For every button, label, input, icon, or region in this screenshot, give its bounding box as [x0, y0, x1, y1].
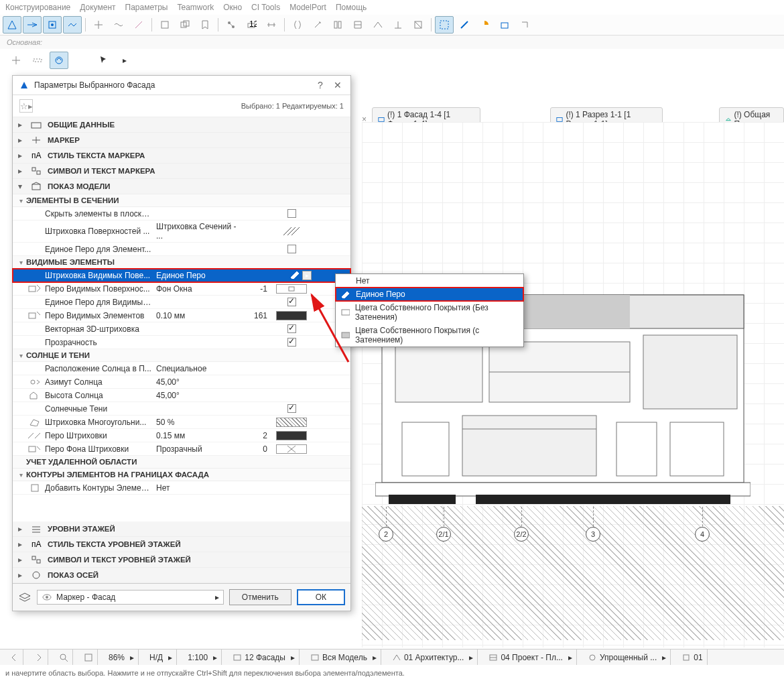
status-value[interactable]: Н/Д▸ [145, 649, 177, 665]
tool-button[interactable] [262, 16, 281, 34]
tool-button[interactable] [348, 16, 367, 34]
tool-button[interactable] [63, 16, 82, 34]
group-header[interactable]: ▾ЭЛЕМЕНТЫ В СЕЧЕНИИ [13, 194, 350, 207]
section-header[interactable]: ▸ПОКАЗ ОСЕЙ [13, 568, 350, 583]
dropdown-button[interactable]: ▸ [302, 271, 312, 280]
setting-row[interactable]: Векторная 3D-штриховка [13, 322, 350, 336]
status-segment[interactable]: 12 Фасады▸ [228, 649, 300, 665]
setting-row[interactable]: Перо Видимых Поверхнос...Фон Окна-1 [13, 282, 350, 296]
setting-row[interactable]: Перо Видимых Элементов0.10 мм161 [13, 309, 350, 322]
setting-row[interactable]: Расположение Солнца в П...Специальное [13, 362, 350, 375]
setting-row[interactable]: Высота Солнца45,00° [13, 389, 350, 402]
tool-button[interactable] [455, 16, 474, 34]
menu-item[interactable]: CI Tools [251, 3, 280, 12]
section-header[interactable]: ▸МАРКЕР [13, 133, 350, 148]
tool-button[interactable] [369, 16, 387, 34]
tool-button[interactable]: 12 [242, 16, 261, 34]
menu-item[interactable]: Конструирование [5, 3, 70, 12]
menu-item[interactable]: Документ [80, 3, 115, 12]
checkbox[interactable] [287, 245, 296, 253]
tool-button[interactable]: ▸ [115, 52, 134, 69]
flyout-option-selected[interactable]: Единое Перо [336, 288, 523, 301]
setting-row[interactable]: Скрыть элементы в плоско... [13, 207, 350, 221]
setting-row[interactable]: Единое Перо для Видимых... [13, 296, 350, 309]
tool-button[interactable] [389, 16, 407, 34]
pen-swatch[interactable] [276, 311, 307, 320]
cancel-button[interactable]: Отменить [229, 589, 291, 605]
menu-item[interactable]: Teamwork [178, 3, 214, 12]
tool-button[interactable] [495, 16, 514, 34]
nav-icon[interactable] [9, 653, 19, 662]
group-header[interactable]: ▾СОЛНЦЕ И ТЕНИ [13, 349, 350, 362]
ok-button[interactable]: ОК [297, 589, 345, 605]
menu-item[interactable]: Окно [223, 3, 242, 12]
setting-row[interactable]: Солнечные Тени [13, 402, 350, 416]
section-header[interactable]: ▾ПОКАЗ МОДЕЛИ [13, 179, 350, 194]
tool-button[interactable] [23, 16, 42, 34]
setting-row[interactable]: Добавить Контуры Элемен...Нет [13, 481, 350, 495]
menu-item[interactable]: Параметры [125, 3, 168, 12]
setting-row[interactable]: Штриховка Поверхностей ...Штриховка Сече… [13, 221, 350, 243]
setting-row[interactable]: Прозрачность [13, 336, 350, 349]
tool-button[interactable] [308, 16, 327, 34]
hatch-swatch[interactable] [276, 418, 307, 427]
help-button[interactable]: ? [314, 80, 326, 90]
section-header[interactable]: ▸СИМВОЛ И ТЕКСТ УРОВНЕЙ ЭТАЖЕЙ [13, 552, 350, 568]
tool-button[interactable] [3, 16, 21, 34]
setting-row[interactable]: Перо Штриховки0.15 мм2 [13, 429, 350, 442]
status-segment[interactable]: 01 [677, 649, 707, 665]
tool-button[interactable] [129, 16, 148, 34]
zoom-level[interactable]: 86%▸ [105, 649, 139, 665]
tool-button[interactable] [196, 16, 214, 34]
menu-item[interactable]: ModelPort [289, 3, 326, 12]
pen-swatch[interactable] [276, 444, 307, 454]
setting-row[interactable]: Азимут Солнца45,00° [13, 375, 350, 389]
setting-row[interactable]: Штриховка Многоугольни...50 % [13, 416, 350, 429]
tool-button[interactable] [109, 16, 128, 34]
flyout-option[interactable]: Цвета Собственного Покрытия (с Затенение… [336, 324, 523, 347]
cursor-tool[interactable] [94, 52, 113, 69]
tool-button[interactable] [7, 52, 25, 69]
section-header[interactable]: ▸СИМВОЛ И ТЕКСТ МАРКЕРА [13, 164, 350, 179]
flyout-option[interactable]: Цвета Собственного Покрытия (Без Затенен… [336, 301, 523, 324]
zoom-icon[interactable] [59, 653, 68, 662]
group-header[interactable]: УЧЕТ УДАЛЕННОЙ ОБЛАСТИ [13, 456, 350, 469]
setting-row-selected[interactable]: Штриховка Видимых Пове...Единое Перо ▸ [13, 269, 350, 282]
tool-button[interactable] [409, 16, 428, 34]
section-header[interactable]: ▸ОБЩИЕ ДАННЫЕ [13, 117, 350, 133]
section-header[interactable]: ▸УРОВНИ ЭТАЖЕЙ [13, 521, 350, 537]
tool-button[interactable] [515, 16, 534, 34]
tool-button[interactable] [176, 16, 194, 34]
tool-button[interactable] [155, 16, 174, 34]
close-button[interactable]: ✕ [332, 80, 344, 90]
setting-row[interactable]: Единое Перо для Элемент... [13, 243, 350, 256]
section-header[interactable]: ▸пАСТИЛЬ ТЕКСТА МАРКЕРА [13, 148, 350, 164]
tool-button[interactable] [89, 16, 108, 34]
nav-icon[interactable] [34, 653, 44, 662]
tool-button[interactable] [475, 16, 494, 34]
scale-value[interactable]: 1:100▸ [184, 649, 222, 665]
checkbox[interactable] [287, 338, 296, 347]
section-header[interactable]: ▸пАСТИЛЬ ТЕКСТА УРОВНЕЙ ЭТАЖЕЙ [13, 537, 350, 552]
tool-button[interactable] [222, 16, 241, 34]
tool-button[interactable] [28, 52, 47, 69]
tool-button[interactable] [50, 52, 68, 69]
layer-icon[interactable] [18, 592, 31, 603]
tool-button[interactable] [288, 16, 307, 34]
status-segment[interactable]: Упрощенный ...▸ [584, 649, 671, 665]
status-segment[interactable]: Вся Модель▸ [306, 649, 381, 665]
checkbox[interactable] [287, 324, 296, 333]
pen-swatch[interactable] [276, 431, 307, 440]
tool-button[interactable] [328, 16, 347, 34]
status-segment[interactable]: 04 Проект - Пл...▸ [484, 649, 577, 665]
tool-button[interactable] [435, 16, 454, 34]
tool-button[interactable] [43, 16, 62, 34]
group-header[interactable]: ▾КОНТУРЫ ЭЛЕМЕНТОВ НА ГРАНИЦАХ ФАСАДА [13, 469, 350, 481]
fit-icon[interactable] [84, 653, 93, 662]
status-segment[interactable]: 01 Архитектур...▸ [388, 649, 478, 665]
marker-combo[interactable]: Маркер - Фасад ▸ [37, 590, 224, 605]
pen-swatch[interactable] [276, 284, 307, 294]
checkbox[interactable] [287, 209, 296, 218]
checkbox[interactable] [287, 298, 296, 306]
checkbox[interactable] [287, 404, 296, 413]
